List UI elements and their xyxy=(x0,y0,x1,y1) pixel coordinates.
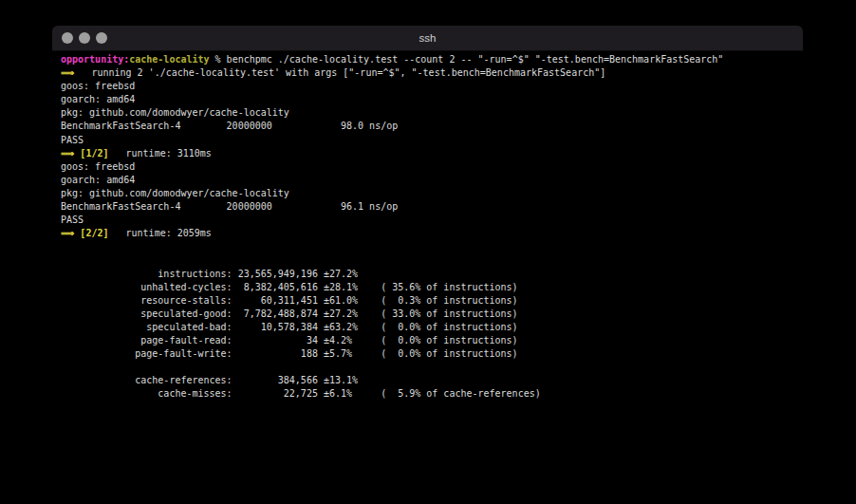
terminal-text-segment: % xyxy=(210,54,227,65)
terminal-text-segment: runtime: 3110ms xyxy=(108,148,211,159)
terminal-text-segment: goarch: amd64 xyxy=(61,175,135,185)
terminal-text-segment: pkg: github.com/domodwyer/cache-locality xyxy=(61,107,289,118)
terminal-text-segment: page-fault-write: 188 ±5.7% ( 0.0% of in… xyxy=(61,348,518,359)
terminal-text-segment: instructions: 23,565,949,196 ±27.2% xyxy=(61,269,358,279)
terminal-screen[interactable]: opportunity:cache-locality % benchpmc ./… xyxy=(52,51,803,401)
terminal-text-segment: BenchmarkFastSearch-4 20000000 96.1 ns/o… xyxy=(61,201,398,212)
terminal-text-segment: BenchmarkFastSearch-4 20000000 98.0 ns/o… xyxy=(61,121,398,131)
window-title: ssh xyxy=(52,26,803,50)
terminal-text-segment: cache-misses: 22,725 ±6.1% ( 5.9% of cac… xyxy=(61,388,541,399)
terminal-text-segment: goos: freebsd xyxy=(61,161,135,172)
terminal-text-segment: page-fault-read: 34 ±4.2% ( 0.0% of inst… xyxy=(61,335,518,345)
terminal-text-segment: speculated-bad: 10,578,384 ±63.2% ( 0.0%… xyxy=(61,322,518,332)
terminal-text-segment: unhalted-cycles: 8,382,405,616 ±28.1% ( … xyxy=(61,282,518,292)
titlebar[interactable]: ssh xyxy=(52,26,803,51)
terminal-text-segment: PASS xyxy=(61,135,84,145)
terminal-text-segment: cache-references: 384,566 ±13.1% xyxy=(61,375,358,385)
terminal-text-segment: PASS xyxy=(61,215,84,225)
terminal-text-segment: speculated-good: 7,782,488,874 ±27.2% ( … xyxy=(61,308,518,319)
terminal-text-segment: ⟹ [1/2] xyxy=(61,148,108,159)
terminal-text-segment: ⟹ [2/2] xyxy=(61,228,108,238)
terminal-text-segment: runtime: 2059ms xyxy=(108,228,211,238)
terminal-text-segment: running 2 './cache-locality.test' with a… xyxy=(74,67,605,78)
terminal-text-segment: resource-stalls: 60,311,451 ±61.0% ( 0.3… xyxy=(61,295,518,306)
terminal-window: ssh opportunity:cache-locality % benchpm… xyxy=(52,26,803,477)
terminal-text-segment: cache-locality xyxy=(129,54,209,65)
desktop: ssh opportunity:cache-locality % benchpm… xyxy=(0,0,856,504)
terminal-text-segment: benchpmc ./cache-locality.test --count 2… xyxy=(227,54,724,65)
terminal-text-segment: goos: freebsd xyxy=(61,81,135,91)
terminal-text-segment: goarch: amd64 xyxy=(61,94,135,104)
terminal-text-segment: ⟹ xyxy=(61,67,74,78)
terminal-text-segment: opportunity: xyxy=(61,54,129,65)
terminal-text-segment: pkg: github.com/domodwyer/cache-locality xyxy=(61,188,289,198)
